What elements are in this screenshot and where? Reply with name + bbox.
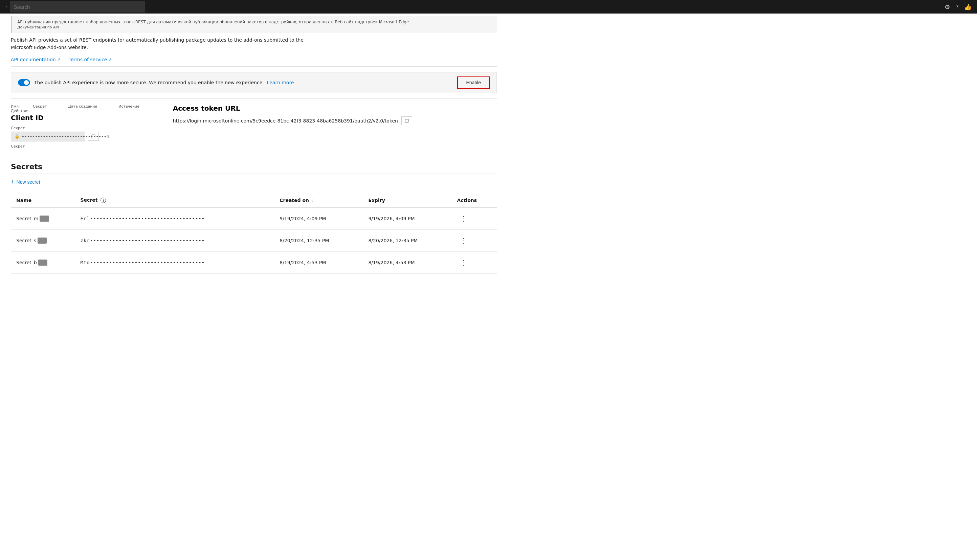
col-expiry: Expiry — [363, 193, 452, 208]
secure-banner-left: The publish API experience is now more s… — [18, 79, 452, 86]
row-actions-button-1[interactable]: ⋮ — [457, 235, 469, 246]
top-bar-icons: ⚙ ? 👍 — [945, 3, 972, 10]
sort-arrow-down: ↓ — [310, 198, 314, 203]
row-actions-button-2[interactable]: ⋮ — [457, 257, 469, 268]
cell-secret-2: Mtd•••••••••••••••••••••••••••••••••••• — [75, 252, 274, 274]
lock-icon: 🔒 — [15, 134, 20, 139]
sort-created-on[interactable]: Created on ↓ — [280, 198, 314, 203]
api-description-block: Publish API provides a set of REST endpo… — [11, 33, 497, 53]
name-text-0: Secret_m — [16, 216, 38, 221]
secure-banner: The publish API experience is now more s… — [11, 72, 497, 93]
toggle-container[interactable] — [18, 79, 30, 86]
secret-value-2: Mtd•••••••••••••••••••••••••••••••••••• — [80, 260, 205, 265]
new-secret-button[interactable]: + New secret — [11, 177, 40, 188]
secret-info-icon[interactable]: i — [100, 198, 106, 203]
cell-name-0: Secret_m — [11, 207, 75, 230]
name-badge-0: Secret_m — [16, 215, 49, 222]
copy-client-id-button[interactable] — [88, 132, 99, 141]
cell-actions-2: ⋮ — [452, 252, 497, 274]
col-name: Name — [11, 193, 75, 208]
api-info-ru-label: Документация по API — [17, 25, 491, 30]
created-on-label: Created on — [280, 198, 309, 203]
cell-created-1: 8/20/2024, 12:35 PM — [274, 230, 363, 252]
api-documentation-link[interactable]: API documentation ↗ — [11, 57, 60, 62]
secrets-divider — [11, 173, 497, 174]
chevron-right-icon: › — [5, 4, 7, 9]
table-row: Secret_s zkr••••••••••••••••••••••••••••… — [11, 230, 497, 252]
settings-icon[interactable]: ⚙ — [945, 3, 950, 10]
secret-sublabel: Секрет — [11, 126, 173, 130]
cell-secret-1: zkr•••••••••••••••••••••••••••••••••••• — [75, 230, 274, 252]
api-doc-link-text: API documentation — [11, 57, 56, 62]
help-icon[interactable]: ? — [955, 3, 959, 10]
section-divider-3 — [11, 154, 497, 154]
name-col-label: Имя Секрет Дата создания Истечение Дейст… — [11, 104, 173, 113]
plus-icon: + — [11, 179, 15, 186]
name-redacted-0 — [40, 215, 49, 222]
terms-link-text: Terms of service — [69, 57, 107, 62]
cell-expiry-2: 8/19/2026, 4:53 PM — [363, 252, 452, 274]
cell-name-2: Secret_b — [11, 252, 75, 274]
cell-secret-0: Erl•••••••••••••••••••••••••••••••••••• — [75, 207, 274, 230]
table-row: Secret_b Mtd••••••••••••••••••••••••••••… — [11, 252, 497, 274]
name-text-1: Secret_s — [16, 238, 36, 243]
secrets-section: Secrets + New secret Name Secret i Creat… — [11, 162, 497, 274]
access-token-url: https://login.microsoftonline.com/5c9eed… — [173, 118, 398, 123]
col-created-on[interactable]: Created on ↓ — [274, 193, 363, 208]
search-input[interactable] — [10, 2, 145, 13]
cell-created-0: 9/19/2024, 4:09 PM — [274, 207, 363, 230]
like-icon[interactable]: 👍 — [964, 3, 972, 10]
client-id-heading: Client ID — [11, 114, 173, 122]
name-redacted-1 — [38, 238, 47, 243]
secret-value-1: zkr•••••••••••••••••••••••••••••••••••• — [80, 238, 205, 243]
client-id-masked: 🔒 ••••••••••••••••••••••••••••••••4 — [11, 132, 85, 142]
api-description-text: Publish API provides a set of REST endpo… — [11, 36, 315, 52]
secure-banner-text: The publish API experience is now more s… — [34, 80, 294, 85]
copy-icon — [91, 134, 96, 139]
name-badge-1: Secret_s — [16, 238, 47, 243]
cell-expiry-0: 9/19/2026, 4:09 PM — [363, 207, 452, 230]
cell-actions-0: ⋮ — [452, 207, 497, 230]
section-divider-2 — [11, 98, 497, 99]
enable-button[interactable]: Enable — [457, 77, 490, 88]
table-row: Secret_m Erl••••••••••••••••••••••••••••… — [11, 207, 497, 230]
section-divider-1 — [11, 66, 497, 67]
external-link-icon2: ↗ — [108, 57, 112, 62]
credentials-grid: Имя Секрет Дата создания Истечение Дейст… — [11, 104, 497, 148]
learn-more-link[interactable]: Learn more — [267, 80, 294, 85]
secret-label-bottom: Секрет — [11, 144, 173, 148]
credentials-section: Имя Секрет Дата создания Истечение Дейст… — [11, 104, 497, 148]
client-id-input-row: 🔒 ••••••••••••••••••••••••••••••••4 — [11, 132, 173, 142]
access-token-block: Access token URL https://login.microsoft… — [173, 104, 497, 148]
enable-toggle[interactable] — [18, 79, 30, 86]
links-row: API documentation ↗ Terms of service ↗ — [11, 57, 497, 62]
api-info-ru-text: API публикации предоставляет набор конеч… — [17, 20, 410, 24]
row-actions-button-0[interactable]: ⋮ — [457, 213, 469, 224]
new-secret-label: New secret — [17, 179, 40, 185]
cell-created-2: 8/19/2024, 4:53 PM — [274, 252, 363, 274]
name-redacted-2 — [38, 260, 47, 266]
secrets-title: Secrets — [11, 162, 497, 171]
url-row: https://login.microsoftonline.com/5c9eed… — [173, 117, 497, 125]
top-bar: › ⚙ ? 👍 — [0, 0, 977, 13]
access-token-heading: Access token URL — [173, 104, 497, 112]
copy-url-icon — [404, 118, 409, 123]
terms-of-service-link[interactable]: Terms of service ↗ — [69, 57, 112, 62]
name-badge-2: Secret_b — [16, 260, 47, 266]
col-secret: Secret i — [75, 193, 274, 208]
secrets-table-header: Name Secret i Created on ↓ Expiry Action… — [11, 193, 497, 208]
name-text-2: Secret_b — [16, 260, 37, 265]
api-info-banner: API публикации предоставляет набор конеч… — [11, 16, 497, 33]
external-link-icon: ↗ — [57, 57, 60, 62]
copy-url-button[interactable] — [401, 117, 412, 125]
col-actions: Actions — [452, 193, 497, 208]
client-id-block: Имя Секрет Дата создания Истечение Дейст… — [11, 104, 173, 148]
search-area[interactable]: › — [5, 2, 145, 13]
secret-value-0: Erl•••••••••••••••••••••••••••••••••••• — [80, 216, 205, 221]
cell-actions-1: ⋮ — [452, 230, 497, 252]
cell-expiry-1: 8/20/2026, 12:35 PM — [363, 230, 452, 252]
secrets-table: Name Secret i Created on ↓ Expiry Action… — [11, 193, 497, 274]
cell-name-1: Secret_s — [11, 230, 75, 252]
